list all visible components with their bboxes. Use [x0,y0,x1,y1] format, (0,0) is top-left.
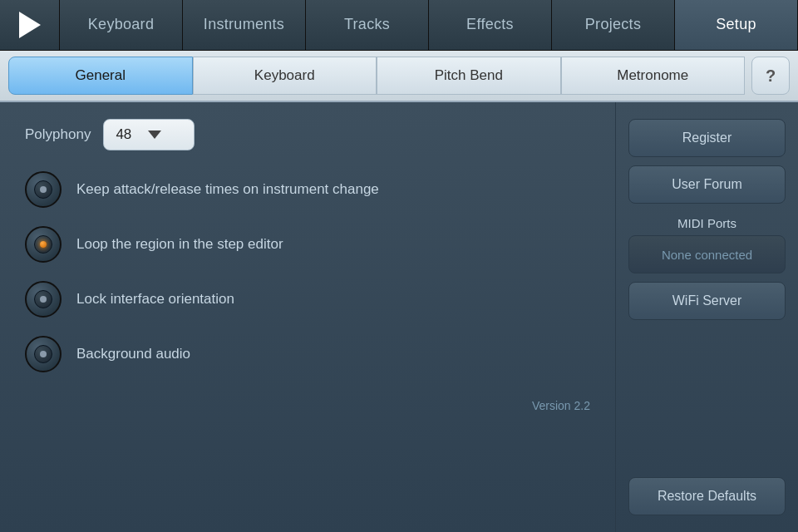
toggle-background-audio-label: Background audio [76,346,190,362]
polyphony-value: 48 [116,126,131,143]
nav-tab-instruments[interactable]: Instruments [183,0,306,50]
subtab-metronome[interactable]: Metronome [561,57,746,95]
toggle-loop-region-label: Loop the region in the step editor [76,236,283,253]
toggle-attack-release[interactable] [25,171,62,208]
toggle-row-lock-orientation: Lock interface orientation [25,281,590,318]
toggle-loop-region[interactable] [25,226,62,263]
subtab-pitchbend[interactable]: Pitch Bend [377,57,561,95]
subtab-general[interactable]: General [8,57,193,95]
help-button[interactable]: ? [751,57,790,95]
polyphony-row: Polyphony 48 [25,119,590,150]
version-text: Version 2.2 [25,391,590,412]
toggle-lock-orientation-label: Lock interface orientation [76,291,234,308]
toggle-row-attack-release: Keep attack/release times on instrument … [25,171,590,208]
dropdown-arrow-icon [148,131,161,139]
restore-defaults-button[interactable]: Restore Defaults [628,477,786,515]
register-button[interactable]: Register [628,119,786,157]
main-content: Polyphony 48 Keep attack/release times o… [0,102,798,532]
sub-tab-bar: General Keyboard Pitch Bend Metronome ? [0,51,798,102]
nav-tab-effects[interactable]: Effects [429,0,552,50]
nav-tab-keyboard[interactable]: Keyboard [60,0,183,50]
play-icon [19,12,41,38]
top-navigation: Keyboard Instruments Tracks Effects Proj… [0,0,798,51]
polyphony-dropdown[interactable]: 48 [103,119,195,150]
nav-tab-projects[interactable]: Projects [552,0,675,50]
play-button[interactable] [0,0,60,50]
toggle-attack-release-label: Keep attack/release times on instrument … [76,181,379,198]
polyphony-label: Polyphony [25,126,91,143]
user-forum-button[interactable]: User Forum [628,165,786,204]
wifi-server-button[interactable]: WiFi Server [628,282,786,320]
toggle-background-audio[interactable] [25,336,62,372]
nav-tab-tracks[interactable]: Tracks [306,0,429,50]
midi-status: None connected [628,235,786,273]
midi-section: MIDI Ports None connected [628,216,786,273]
midi-ports-label: MIDI Ports [628,216,786,230]
right-panel: Register User Forum MIDI Ports None conn… [615,102,798,532]
subtab-keyboard[interactable]: Keyboard [193,57,377,95]
toggle-row-loop-region: Loop the region in the step editor [25,226,590,263]
toggle-lock-orientation[interactable] [25,281,62,318]
left-panel: Polyphony 48 Keep attack/release times o… [0,102,615,532]
toggle-row-background-audio: Background audio [25,336,590,372]
nav-tab-setup[interactable]: Setup [675,0,798,50]
